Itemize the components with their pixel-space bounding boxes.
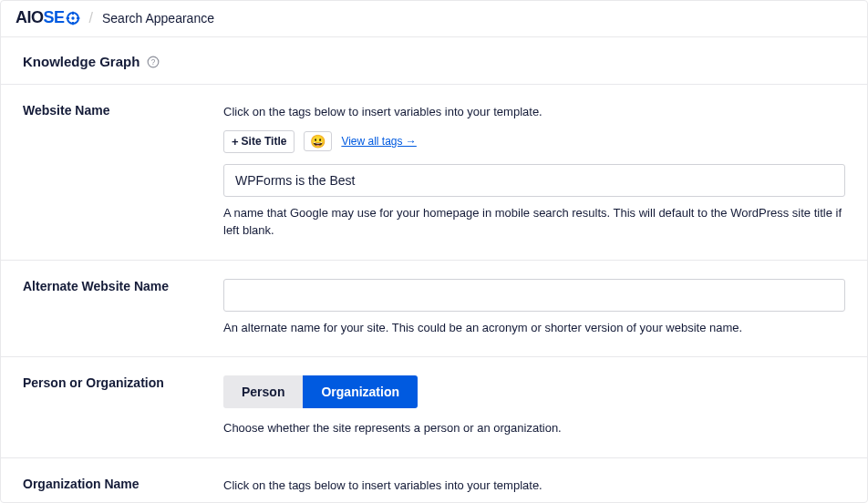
help-alt-name: An alternate name for your site. This co… [223, 319, 845, 337]
field-website-name: Website Name Click on the tags below to … [1, 85, 867, 261]
logo-text-aio: AIO [16, 8, 44, 27]
plus-icon: + [232, 135, 239, 149]
toggle-person[interactable]: Person [223, 375, 303, 408]
label-org-name: Organization Name [23, 477, 223, 504]
field-alt-name: Alternate Website Name An alternate name… [1, 261, 867, 358]
section-header: Knowledge Graph ? [1, 37, 867, 85]
help-icon[interactable]: ? [147, 56, 160, 68]
field-person-org: Person or Organization Person Organizati… [1, 357, 867, 458]
view-all-tags-link[interactable]: View all tags → [341, 135, 416, 148]
help-person-org: Choose whether the site represents a per… [223, 419, 845, 437]
person-org-toggle: Person Organization [223, 375, 418, 408]
logo: AIOSE [16, 8, 80, 27]
label-person-org: Person or Organization [23, 375, 223, 437]
website-name-input[interactable] [223, 164, 845, 197]
svg-text:?: ? [151, 57, 156, 66]
desc-website-name: Click on the tags below to insert variab… [223, 103, 845, 121]
section-title: Knowledge Graph [23, 54, 140, 69]
alt-name-input[interactable] [223, 279, 845, 312]
field-org-name: Organization Name Click on the tags belo… [1, 458, 867, 504]
help-website-name: A name that Google may use for your home… [223, 204, 845, 240]
label-alt-name: Alternate Website Name [23, 279, 223, 337]
toggle-organization[interactable]: Organization [303, 375, 418, 408]
breadcrumb-page: Search Appearance [102, 11, 214, 26]
emoji-picker-button[interactable]: 😀 [304, 131, 332, 151]
desc-org-name: Click on the tags below to insert variab… [223, 477, 845, 495]
logo-text-seo: SE [44, 8, 80, 27]
label-website-name: Website Name [23, 103, 223, 240]
breadcrumb-divider: / [89, 10, 93, 26]
page-header: AIOSE / Search Appearance [1, 1, 867, 37]
crosshair-icon [66, 11, 80, 26]
tag-site-title[interactable]: +Site Title [223, 130, 294, 153]
svg-point-5 [71, 16, 74, 19]
